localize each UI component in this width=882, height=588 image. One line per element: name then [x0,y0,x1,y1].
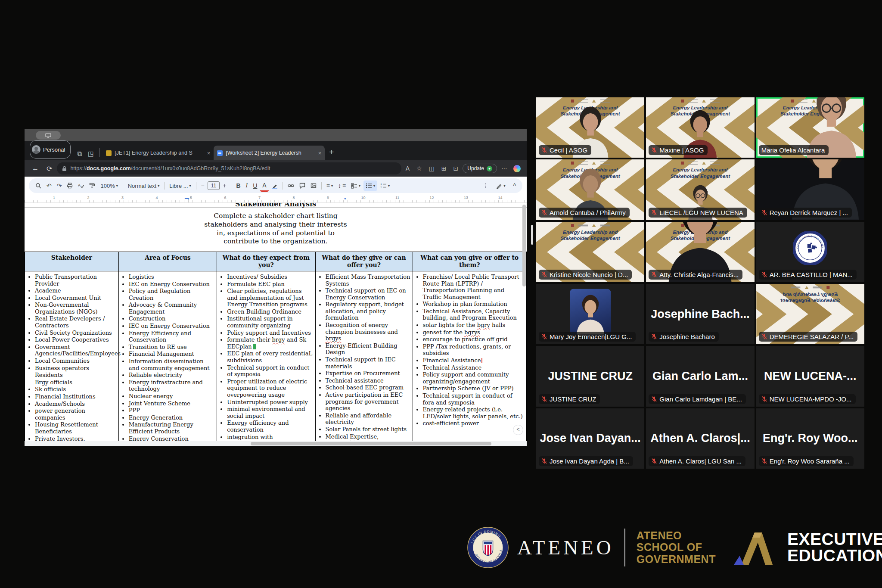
insert-link-icon[interactable] [286,180,296,191]
svg-text:1: 1 [381,183,382,185]
close-icon[interactable]: × [318,150,322,156]
align-icon[interactable]: ≡▾ [324,180,335,191]
video-tile-1[interactable]: Energy Leadership andStakeholder Engagem… [536,97,644,158]
document-page[interactable]: Stakeholder Analysis Complete a stakehol… [25,203,527,446]
workspaces-icon[interactable]: ⧉ [77,150,82,158]
read-aloud-icon[interactable]: A [403,165,412,172]
undo-icon[interactable]: ↶ [44,180,54,191]
table-header-4[interactable]: What do they give or can offer you? [315,252,413,271]
collapse-toolbar-icon[interactable]: ^ [511,180,518,191]
table-cell-2[interactable]: LogisticsIEC on Energy ConservationPolic… [118,271,217,446]
browser-essentials-icon[interactable]: ⊡ [451,165,461,172]
back-button[interactable]: ← [29,165,42,172]
bulleted-list-icon[interactable]: ▾ [363,180,377,191]
line-spacing-icon[interactable]: ↕≡ [336,180,348,191]
table-cell-5[interactable]: Franchise/ Local Public Transport Route … [413,271,527,446]
indent-marker[interactable]: ▾ [187,196,189,201]
docs-toolbar: ↶ ↷ A 100%▾ Normal text▾ Libre ...▾ − 1 [25,177,527,195]
indent-marker[interactable]: ▾ [344,196,346,201]
scrollbar-thumb[interactable] [251,442,492,445]
table-header-3[interactable]: What do they expect from you? [217,252,315,271]
video-tile-15[interactable]: NEW LUCENA-... NEW LUCENA-MPDO -JO... [756,346,864,406]
bullet-item: Local Power Cooperatives [35,336,117,343]
bullet-item: Local Communities [35,358,117,364]
doc-vertical-scrollbar[interactable] [522,205,526,286]
bullet-item: power generation companies [35,408,117,421]
vertical-tabs-icon[interactable]: ◳ [88,150,94,158]
favorites-icon[interactable]: ☆ [414,165,425,172]
video-tile-5[interactable]: Energy Leadership andStakeholder Engagem… [646,159,754,220]
grid-scrollbar[interactable] [531,225,533,245]
video-tile-11[interactable]: Josephine Bach... Josephine Bacharo [646,284,754,344]
paint-format-icon[interactable] [87,180,97,191]
video-tile-8[interactable]: Energy Leadership andStakeholder Engagem… [646,222,754,282]
decrease-font-icon[interactable]: − [199,180,207,191]
split-screen-icon[interactable]: ◫ [426,165,437,172]
video-tile-7[interactable]: Energy Leadership andStakeholder Engagem… [536,222,644,282]
close-icon[interactable]: × [207,150,211,156]
doc-horizontal-scrollbar [25,441,527,446]
divider [624,529,625,566]
divider [99,148,100,157]
bullet-item: Uninterrupted power supply [227,399,313,406]
highlight-icon[interactable] [270,180,280,191]
bold-icon[interactable]: B [234,180,242,191]
video-tile-6[interactable]: Reyan Derrick Marquez | ... [756,159,864,220]
update-button[interactable]: Update ♥ [463,164,497,173]
bullet-item: Energy Efficiency and Conservation [129,330,215,343]
video-tile-10[interactable]: Mary Joy Emnacen|LGU G... [536,284,644,344]
video-tile-2[interactable]: Energy Leadership andStakeholder Engagem… [646,97,754,158]
banner-title: Energy Leadership andStakeholder Engagem… [536,229,644,242]
more-menu-icon[interactable]: ⋯ [499,165,510,172]
video-tile-13[interactable]: JUSTINE CRUZ JUSTINE CRUZ [536,346,644,406]
table-cell-4[interactable]: Efficient Mass Transportation SystemsTec… [315,271,413,446]
url-field[interactable]: https://docs.google.com/document/d/1urx0… [57,162,401,174]
search-menus-icon[interactable] [33,180,43,191]
video-tile-4[interactable]: Energy Leadership andStakeholder Engagem… [536,159,644,220]
table-header-1[interactable]: Stakeholder [25,252,119,271]
mic-off-icon [541,271,547,278]
monitor-icon [45,133,51,138]
editing-mode-icon[interactable]: ▾ [494,180,507,191]
video-tile-9[interactable]: CITY PLANNING AND DEVELOPMENT OFFICE AR.… [756,222,864,282]
video-tile-14[interactable]: Gian Carlo Lam... Gian Carlo Lamdagan | … [646,346,754,406]
svg-text:2: 2 [381,186,382,189]
scroll-left-button[interactable]: < [513,425,523,435]
font-size-field[interactable]: 11 [208,181,220,190]
video-tile-18[interactable]: Eng'r. Roy Woo... Eng'r. Roy Woo Sararañ… [756,408,864,469]
table-cell-1[interactable]: Public Transportation ProviderAcademeLoc… [25,271,119,446]
video-tile-12[interactable]: Energy Leadership andStakeholder Engagem… [756,284,864,344]
video-tile-3[interactable]: Energy Leadership andStakeholder Engagem… [756,97,864,158]
checklist-icon[interactable]: ▾ [349,180,363,191]
tab-worksheet2[interactable]: [Worksheet 2] Energy Leadersh × [214,146,325,160]
table-header-2[interactable]: Area of Focus [118,252,217,271]
underline-icon[interactable]: U [251,180,259,191]
redo-icon[interactable]: ↷ [55,180,64,191]
insert-image-icon[interactable] [308,180,319,191]
font-select[interactable]: Libre ...▾ [167,180,193,191]
more-options-icon[interactable]: ⋮ [480,180,491,191]
tab-jet1[interactable]: [JET1] Energy Leadership and S × [102,146,214,160]
numbered-list-icon[interactable]: 12 ▾ [378,180,392,191]
profile-chip[interactable]: Personal [30,140,71,159]
styles-select[interactable]: Normal text▾ [126,180,161,191]
increase-font-icon[interactable]: + [220,180,228,191]
video-tile-16[interactable]: Jose Ivan Dayan... Jose Ivan Dayan Agda … [536,408,644,469]
bullet-item: Reliable electricity [129,372,215,379]
print-icon[interactable] [65,180,75,191]
text-color-icon[interactable]: A [260,180,268,192]
collections-icon[interactable]: ⊞ [439,165,449,172]
new-tab-button[interactable]: + [329,147,334,157]
refresh-button[interactable]: ⟳ [43,165,55,173]
zoom-select[interactable]: 100%▾ [98,180,120,191]
bullet-item: PPP /Tax reductions, grants, or subsidie… [423,343,525,357]
copilot-icon[interactable] [513,165,521,172]
spellcheck-icon[interactable]: A [76,180,86,191]
share-control-pill[interactable] [36,131,61,140]
italic-icon[interactable]: I [244,180,250,191]
table-header-5[interactable]: What can you give or offer to them? [413,252,527,271]
video-tile-17[interactable]: Athen A. Claros|... Athen A. Claros| LGU… [646,408,754,469]
participant-name: Kristine Nicole Nuncio | D... [550,271,628,278]
table-cell-3[interactable]: Incentives/ SubsidiesFormulate EEC planC… [217,271,315,446]
add-comment-icon[interactable] [297,180,307,191]
